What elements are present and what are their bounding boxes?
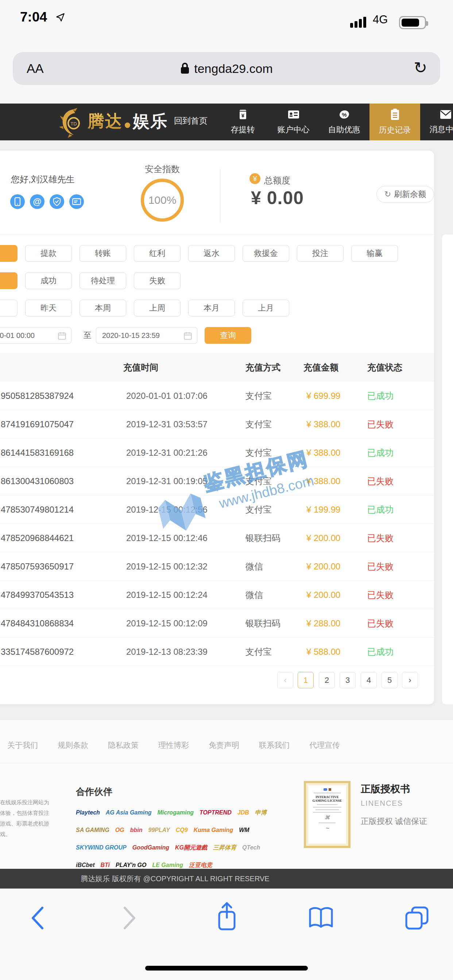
cell-deposit-time: 2019-12-15 00:12:24 <box>126 581 207 609</box>
cell-deposit-time: 2019-12-15 00:12:56 <box>126 495 207 524</box>
partner-logo-TOPTREND: TOPTREND <box>199 810 231 816</box>
filter-type-红利[interactable]: 红利 <box>134 245 180 262</box>
lock-icon <box>180 62 190 75</box>
shield-check-icon[interactable] <box>49 194 64 209</box>
refresh-balance-button[interactable]: ↻刷新余额 <box>376 186 434 203</box>
partner-logo-LE Gaming: LE Gaming <box>152 862 183 869</box>
footer-link-联系我们[interactable]: 联系我们 <box>259 740 290 750</box>
partner-logo-SA GAMING: SA GAMING <box>76 827 109 834</box>
table-row: 8614415831691682019-12-31 00:21:26支付宝¥ 3… <box>0 439 434 467</box>
filter-type-提款[interactable]: 提款 <box>25 245 72 262</box>
status-time: 7:04 <box>20 10 47 25</box>
nav-item-存提转[interactable]: ¥存提转 <box>217 103 268 140</box>
date-range-separator: 至 <box>79 327 96 344</box>
cell-deposit-status: 已成功 <box>367 495 394 524</box>
partner-logo-BTi: BTi <box>100 862 110 869</box>
filter-status-待处理[interactable]: 待处理 <box>80 272 126 289</box>
cell-deposit-method: 银联扫码 <box>246 524 281 552</box>
table-row: 8613004310608032019-12-31 00:19:05支付宝¥ 3… <box>0 467 434 495</box>
footer-about-line: 体验，包括体育投注 <box>0 808 51 818</box>
filter-date-本周[interactable]: 本周 <box>80 300 126 317</box>
cell-deposit-status: 已失败 <box>367 467 394 495</box>
bank-card-icon[interactable] <box>69 194 84 209</box>
cell-deposit-amount: ¥ 288.00 <box>306 609 340 638</box>
phone-icon[interactable] <box>10 194 25 209</box>
reload-icon[interactable]: ↻ <box>414 52 427 85</box>
filter-type-救援金[interactable]: 救援金 <box>242 245 289 262</box>
filter-type-输赢[interactable]: 输赢 <box>351 245 398 262</box>
filter-date-昨天[interactable]: 昨天 <box>25 300 72 317</box>
pagination-page-4[interactable]: 4 <box>361 672 377 688</box>
cell-order-number: 874191691075047 <box>1 410 74 439</box>
search-button[interactable]: 查询 <box>205 327 251 344</box>
filter-type-转账[interactable]: 转账 <box>80 245 126 262</box>
footer-link-规则条款[interactable]: 规则条款 <box>57 740 88 750</box>
filter-status-成功[interactable]: 成功 <box>25 272 72 289</box>
filter-date-today-cut[interactable] <box>0 300 18 317</box>
filter-type-active-cut[interactable] <box>0 245 18 262</box>
table-row: 4785307498012142019-12-15 00:12:56支付宝¥ 1… <box>0 495 434 524</box>
footer-link-代理宣传[interactable]: 代理宣传 <box>309 740 340 750</box>
message-center-icon <box>440 109 452 121</box>
filter-type-返水[interactable]: 返水 <box>188 245 235 262</box>
logo-text-part2[interactable]: 娱乐 <box>133 110 168 133</box>
forward-button[interactable] <box>121 905 138 931</box>
location-arrow-icon <box>56 13 65 22</box>
filter-type-投注[interactable]: 投注 <box>297 245 344 262</box>
filter-date-上周[interactable]: 上周 <box>134 300 180 317</box>
pagination-page-2[interactable]: 2 <box>319 672 335 688</box>
filter-status-失败[interactable]: 失败 <box>134 272 180 289</box>
cell-deposit-amount: ¥ 588.00 <box>306 638 340 666</box>
nav-item-消息中心[interactable]: 消息中心 <box>420 103 453 140</box>
browser-chrome: 7:04 4G AA tengda29.com ↻ <box>0 0 453 103</box>
footer-link-隐私政策[interactable]: 隐私政策 <box>108 740 139 750</box>
svg-text:¥: ¥ <box>241 112 244 118</box>
url-text[interactable]: tengda29.com <box>194 62 273 76</box>
filter-date-本月[interactable]: 本月 <box>188 300 235 317</box>
cell-deposit-time: 2019-12-15 00:12:46 <box>126 524 207 552</box>
at-email-icon[interactable]: @ <box>30 194 45 209</box>
cell-deposit-method: 微信 <box>246 552 263 581</box>
copyright-bar: 腾达娱乐 版权所有 @COPYRIGHT ALL RIGHT RESERVE <box>0 869 453 888</box>
pagination-page-5[interactable]: 5 <box>381 672 397 688</box>
footer-link-免责声明[interactable]: 免责声明 <box>209 740 239 750</box>
pagination-page-3[interactable]: 3 <box>340 672 356 688</box>
table-row: 4784993705435132019-12-15 00:12:24微信¥ 20… <box>0 581 434 609</box>
cell-deposit-amount: ¥ 200.00 <box>306 524 340 552</box>
footer-link-关于我们[interactable]: 关于我们 <box>7 740 38 750</box>
home-indicator[interactable] <box>145 966 308 970</box>
cell-deposit-amount: ¥ 388.00 <box>306 410 340 439</box>
back-button[interactable] <box>29 905 46 931</box>
bookmarks-button[interactable] <box>308 907 334 929</box>
back-to-home-link[interactable]: 回到首页 <box>174 115 207 127</box>
nav-item-自助优惠[interactable]: %自助优惠 <box>319 103 370 140</box>
balance-label: 总额度 <box>264 175 290 186</box>
filter-status-active-cut[interactable] <box>0 272 18 289</box>
card-divider <box>0 234 434 235</box>
cell-deposit-time: 2019-12-13 08:23:39 <box>126 638 207 666</box>
table-row: 3351745876009722019-12-13 08:23:39支付宝¥ 5… <box>0 638 434 666</box>
cell-deposit-status: 已失败 <box>367 581 394 609</box>
pagination-prev[interactable]: ‹ <box>277 672 293 688</box>
nav-item-历史记录[interactable]: 历史记录 <box>370 103 420 140</box>
partner-logo-Microgaming: Microgaming <box>157 810 194 816</box>
cell-deposit-time: 2019-12-15 00:12:32 <box>126 552 207 581</box>
filter-date-上月[interactable]: 上月 <box>242 300 289 317</box>
share-button[interactable] <box>216 902 238 933</box>
url-bar[interactable]: AA tengda29.com ↻ <box>13 52 440 85</box>
footer-about-text: 在线娱乐投注网站为体验，包括体育投注游戏、彩票老虎机游戏。 <box>0 797 51 839</box>
nav-item-账户中心[interactable]: 账户中心 <box>268 103 319 140</box>
partner-logo-row: SA GAMINGOGbbin99PLAYCQ9Kuma GamingWM <box>76 824 286 836</box>
cell-deposit-time: 2020-01-01 01:07:06 <box>126 382 207 410</box>
cell-order-number: 335174587600972 <box>1 638 74 666</box>
pagination-next[interactable]: › <box>402 672 418 688</box>
col-header-amount: 充值金额 <box>303 353 338 382</box>
pagination-page-1[interactable]: 1 <box>298 672 314 688</box>
footer-link-理性博彩[interactable]: 理性博彩 <box>158 740 189 750</box>
tabs-button[interactable] <box>404 906 431 930</box>
logo-text-part1[interactable]: 腾达 <box>88 110 123 133</box>
table-row: 8741916910750472019-12-31 03:53:57支付宝¥ 3… <box>0 410 434 439</box>
date-from-input[interactable]: 2020-10-01 00:00 <box>0 327 72 344</box>
cell-order-number: 861441583169168 <box>1 439 74 467</box>
date-to-input[interactable]: 2020-10-15 23:59 <box>96 327 197 344</box>
